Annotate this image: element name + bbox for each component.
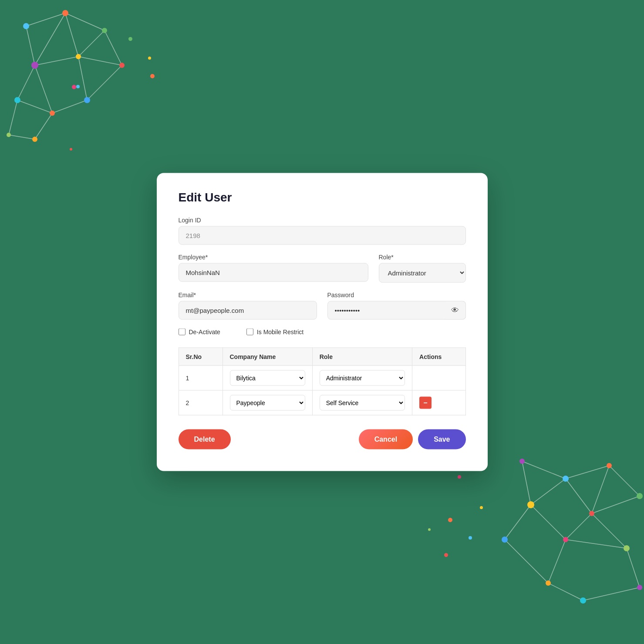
svg-line-40 bbox=[592, 513, 627, 548]
mobile-restrict-checkbox[interactable] bbox=[246, 329, 253, 335]
edit-user-modal: Edit User Login ID Employee* Role* Admin… bbox=[157, 173, 488, 471]
row2-company-select[interactable]: Bilytica Paypeople bbox=[230, 395, 305, 411]
svg-point-54 bbox=[502, 537, 508, 543]
svg-line-8 bbox=[78, 57, 122, 65]
svg-point-50 bbox=[607, 463, 612, 468]
role-label: Role* bbox=[379, 254, 466, 261]
checkbox-row: De-Activate Is Mobile Restrict bbox=[179, 329, 466, 335]
svg-point-28 bbox=[32, 137, 37, 142]
svg-point-25 bbox=[50, 111, 55, 116]
employee-label: Employee* bbox=[179, 254, 368, 261]
email-group: Email* bbox=[179, 292, 317, 320]
password-group: Password 👁 bbox=[327, 292, 466, 320]
svg-line-14 bbox=[87, 65, 122, 100]
password-wrapper: 👁 bbox=[327, 301, 466, 320]
svg-point-59 bbox=[637, 585, 642, 590]
row1-company-cell: Bilytica Paypeople bbox=[223, 366, 312, 390]
svg-line-10 bbox=[17, 100, 52, 113]
deactivate-label: De-Activate bbox=[189, 329, 220, 335]
cancel-button[interactable]: Cancel bbox=[359, 429, 413, 449]
svg-point-20 bbox=[102, 28, 107, 33]
row1-sr-no: 1 bbox=[179, 366, 223, 390]
modal-title: Edit User bbox=[179, 191, 466, 205]
login-id-label: Login ID bbox=[179, 217, 466, 224]
table-row: 1 Bilytica Paypeople Administrator Self … bbox=[179, 366, 465, 390]
svg-point-19 bbox=[62, 10, 68, 16]
table-header: Sr.No Company Name Role Actions bbox=[179, 348, 465, 366]
svg-line-6 bbox=[78, 30, 105, 57]
row2-role-select[interactable]: Administrator Self Service Manager bbox=[320, 395, 405, 411]
footer-right-buttons: Cancel Save bbox=[359, 429, 466, 449]
login-id-input[interactable] bbox=[179, 226, 466, 245]
svg-line-17 bbox=[9, 135, 35, 139]
table-body: 1 Bilytica Paypeople Administrator Self … bbox=[179, 366, 465, 415]
svg-point-48 bbox=[519, 459, 525, 464]
svg-line-39 bbox=[566, 513, 592, 540]
svg-line-32 bbox=[609, 466, 640, 496]
role-select[interactable]: Administrator Self Service Manager bbox=[379, 263, 466, 283]
svg-line-42 bbox=[548, 540, 566, 583]
svg-line-44 bbox=[505, 540, 548, 583]
svg-line-11 bbox=[35, 65, 52, 113]
col-role: Role bbox=[312, 348, 412, 366]
svg-line-5 bbox=[65, 13, 78, 57]
col-actions: Actions bbox=[412, 348, 465, 366]
svg-point-27 bbox=[7, 133, 11, 137]
svg-point-56 bbox=[624, 545, 630, 551]
row1-company-select[interactable]: Bilytica Paypeople bbox=[230, 370, 305, 386]
svg-line-47 bbox=[583, 587, 640, 600]
deactivate-checkbox-label[interactable]: De-Activate bbox=[179, 329, 220, 335]
modal-footer: Delete Cancel Save bbox=[179, 429, 466, 449]
delete-button[interactable]: Delete bbox=[179, 429, 231, 449]
eye-icon: 👁 bbox=[451, 306, 459, 315]
deactivate-checkbox[interactable] bbox=[179, 329, 185, 335]
remove-row2-button[interactable]: − bbox=[419, 397, 432, 409]
svg-line-46 bbox=[627, 548, 640, 587]
svg-line-38 bbox=[531, 505, 566, 540]
svg-point-58 bbox=[580, 597, 586, 604]
table-row: 2 Bilytica Paypeople Administrator Self … bbox=[179, 390, 465, 415]
svg-point-49 bbox=[563, 476, 569, 482]
email-input[interactable] bbox=[179, 301, 317, 320]
svg-point-51 bbox=[637, 493, 643, 499]
svg-point-23 bbox=[119, 63, 125, 68]
employee-role-row: Employee* Role* Administrator Self Servi… bbox=[179, 254, 466, 283]
row1-role-cell: Administrator Self Service Manager bbox=[312, 366, 412, 390]
mobile-restrict-label: Is Mobile Restrict bbox=[257, 329, 303, 335]
row2-actions-cell: − bbox=[412, 390, 465, 415]
svg-line-3 bbox=[35, 13, 65, 65]
company-roles-table: Sr.No Company Name Role Actions 1 Bilyti… bbox=[179, 348, 466, 416]
svg-line-13 bbox=[78, 57, 87, 100]
svg-point-21 bbox=[31, 62, 38, 69]
svg-point-18 bbox=[23, 23, 29, 29]
svg-line-35 bbox=[592, 496, 640, 513]
employee-input[interactable] bbox=[179, 263, 368, 282]
svg-line-45 bbox=[548, 583, 583, 600]
role-group: Role* Administrator Self Service Manager bbox=[379, 254, 466, 283]
svg-line-16 bbox=[35, 113, 52, 139]
svg-line-33 bbox=[566, 479, 592, 513]
svg-point-22 bbox=[76, 54, 81, 59]
svg-line-12 bbox=[52, 100, 87, 113]
minus-icon: − bbox=[423, 399, 427, 407]
save-button[interactable]: Save bbox=[418, 429, 465, 449]
mobile-restrict-checkbox-label[interactable]: Is Mobile Restrict bbox=[246, 329, 303, 335]
svg-point-29 bbox=[72, 85, 76, 89]
row1-role-select[interactable]: Administrator Self Service Manager bbox=[320, 370, 405, 386]
toggle-password-button[interactable]: 👁 bbox=[445, 301, 466, 320]
password-label: Password bbox=[327, 292, 466, 299]
svg-point-26 bbox=[84, 97, 90, 103]
row1-actions-cell bbox=[412, 366, 465, 390]
svg-point-24 bbox=[14, 97, 20, 103]
svg-line-43 bbox=[505, 505, 531, 540]
col-sr-no: Sr.No bbox=[179, 348, 223, 366]
email-label: Email* bbox=[179, 292, 317, 299]
svg-line-37 bbox=[531, 479, 566, 505]
svg-point-53 bbox=[589, 511, 594, 516]
row2-company-cell: Bilytica Paypeople bbox=[223, 390, 312, 415]
svg-line-0 bbox=[26, 13, 65, 26]
svg-point-52 bbox=[527, 501, 534, 508]
svg-line-36 bbox=[522, 461, 531, 505]
svg-line-7 bbox=[105, 30, 122, 65]
login-id-section: Login ID bbox=[179, 217, 466, 245]
